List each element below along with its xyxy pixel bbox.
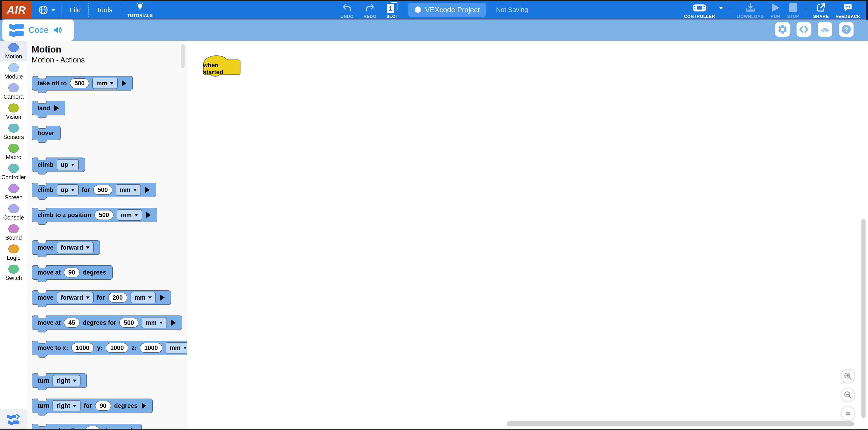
sidebar-item-switch[interactable]: Switch <box>0 262 27 282</box>
topbar-center: UNDO REDO 1 SLOT VEXco <box>340 3 528 19</box>
palette-block-move-to-xyz[interactable]: move to x:1000y:1000z:1000mm <box>32 341 187 355</box>
canvas-vertical-scrollbar[interactable] <box>862 219 866 418</box>
sidebar-item-motion[interactable]: Motion <box>0 41 27 61</box>
expand-arrow-icon[interactable] <box>122 80 126 87</box>
code-tab[interactable]: Code <box>2 20 74 41</box>
controller-button[interactable]: CONTROLLER <box>684 3 715 19</box>
block-label: for <box>84 402 92 409</box>
number-input[interactable]: 90 <box>64 268 80 277</box>
stop-button[interactable]: STOP <box>787 3 799 19</box>
when-started-block[interactable]: when started <box>203 55 241 78</box>
number-input[interactable]: 500 <box>94 210 114 220</box>
number-input[interactable] <box>85 426 100 429</box>
project-name-button[interactable]: VEXcode Project <box>408 3 486 17</box>
palette-block-climb-to-z[interactable]: climb to z position500mm <box>32 208 157 222</box>
expand-arrow-icon[interactable] <box>142 403 146 409</box>
category-label: Switch <box>5 275 22 281</box>
expand-arrow-icon[interactable] <box>160 295 165 301</box>
number-input[interactable]: 1000 <box>71 343 94 353</box>
palette-block-take-off-to[interactable]: take off to500mm <box>32 76 133 91</box>
palette-block-hover[interactable]: hover <box>32 126 61 140</box>
palette-block-climb-for[interactable]: climbupfor500mm <box>32 183 156 197</box>
zoom-in-button[interactable] <box>840 369 855 383</box>
palette-block-climb[interactable]: climbup <box>32 157 85 172</box>
slot-button[interactable]: 1 SLOT <box>386 3 398 19</box>
language-menu[interactable] <box>36 5 62 15</box>
sidebar-item-vision[interactable]: Vision <box>0 101 27 121</box>
dropdown[interactable]: right <box>53 400 81 411</box>
palette-scrollbar[interactable] <box>181 44 185 68</box>
toggle-blocks-icon[interactable] <box>6 413 21 426</box>
help-button[interactable]: ? <box>839 22 854 37</box>
dropdown[interactable]: mm <box>142 317 167 328</box>
share-button[interactable]: SHARE <box>813 3 829 19</box>
number-input[interactable]: 45 <box>64 318 80 328</box>
number-input[interactable]: 500 <box>70 78 89 88</box>
dashboard-button[interactable] <box>818 22 832 37</box>
redo-button[interactable]: REDO <box>364 3 376 19</box>
palette-block-move-at-for[interactable]: move at45degrees for500mm <box>32 315 182 330</box>
number-input[interactable]: 1000 <box>140 343 162 353</box>
tools-menu[interactable]: Tools <box>89 6 120 14</box>
settings-button[interactable] <box>775 22 790 37</box>
palette-block-move[interactable]: moveforward <box>32 240 100 255</box>
sidebar-item-sensors[interactable]: Sensors <box>0 121 27 142</box>
main-menu: File Tools TUTORIALS <box>36 1 159 19</box>
zoom-out-button[interactable] <box>840 388 855 402</box>
sidebar-item-screen[interactable]: Screen <box>0 182 27 202</box>
block-notch <box>37 126 46 129</box>
sidebar-item-controller[interactable]: Controller <box>0 162 27 182</box>
palette-block-move-at[interactable]: move at90degrees <box>32 265 113 280</box>
zoom-reset-button[interactable] <box>840 406 855 421</box>
dropdown[interactable]: forward <box>57 242 94 253</box>
dropdown[interactable]: mm <box>92 78 118 89</box>
view-code-button[interactable] <box>797 22 811 37</box>
number-input[interactable]: 90 <box>95 401 111 411</box>
sidebar-item-logic[interactable]: Logic <box>0 242 27 262</box>
programming-canvas[interactable]: when started <box>187 41 868 429</box>
hat-block-label: when started <box>203 64 240 74</box>
block-tab <box>37 222 46 225</box>
tutorials-button[interactable]: TUTORIALS <box>120 2 159 18</box>
chevron-down-icon <box>86 297 90 299</box>
run-button[interactable]: RUN <box>771 3 780 19</box>
dropdown[interactable]: mm <box>117 209 142 221</box>
chevron-down-icon <box>110 82 114 85</box>
feedback-button[interactable]: FEEDBACK <box>835 3 860 19</box>
dropdown[interactable]: up <box>57 184 79 195</box>
dropdown[interactable]: mm <box>165 342 187 354</box>
undo-button[interactable]: UNDO <box>340 3 353 19</box>
canvas-horizontal-scrollbar[interactable] <box>507 421 854 426</box>
expand-arrow-icon[interactable] <box>145 187 150 193</box>
expand-arrow-icon[interactable] <box>54 105 59 111</box>
palette-block-turn[interactable]: turnright <box>32 373 87 388</box>
sidebar-item-sound[interactable]: Sound <box>0 222 27 242</box>
dropdown[interactable]: mm <box>130 292 156 303</box>
category-label: Screen <box>4 194 22 201</box>
number-input[interactable]: 500 <box>93 185 113 195</box>
sidebar-item-camera[interactable]: Camera <box>0 81 27 101</box>
speaker-icon[interactable] <box>52 25 63 35</box>
palette-block-turn-to-heading[interactable]: turn to headingdegrees <box>32 424 142 429</box>
download-button[interactable]: DOWNLOAD <box>737 3 764 19</box>
dropdown[interactable]: mm <box>116 184 141 195</box>
category-label: Console <box>3 214 24 221</box>
number-input[interactable]: 500 <box>119 318 138 328</box>
number-input[interactable]: 200 <box>108 293 127 303</box>
expand-arrow-icon[interactable] <box>146 212 151 218</box>
dropdown[interactable]: right <box>53 375 81 386</box>
palette-block-move-for[interactable]: moveforwardfor200mm <box>32 290 171 305</box>
controller-dropdown-caret[interactable] <box>719 7 723 9</box>
number-input[interactable]: 1000 <box>106 343 128 353</box>
dropdown[interactable]: forward <box>57 292 94 303</box>
palette-block-turn-for[interactable]: turnrightfor90degrees <box>32 399 153 413</box>
dropdown[interactable]: up <box>57 159 79 171</box>
sidebar-item-console[interactable]: Console <box>0 202 27 222</box>
expand-arrow-icon[interactable] <box>171 319 176 326</box>
sidebar-item-module[interactable]: Module <box>0 61 27 81</box>
file-menu[interactable]: File <box>62 6 88 14</box>
block-label: hover <box>37 130 54 137</box>
sidebar-item-macro[interactable]: Macro <box>0 142 27 162</box>
block-notch <box>37 424 46 427</box>
palette-block-land[interactable]: land <box>32 101 65 116</box>
